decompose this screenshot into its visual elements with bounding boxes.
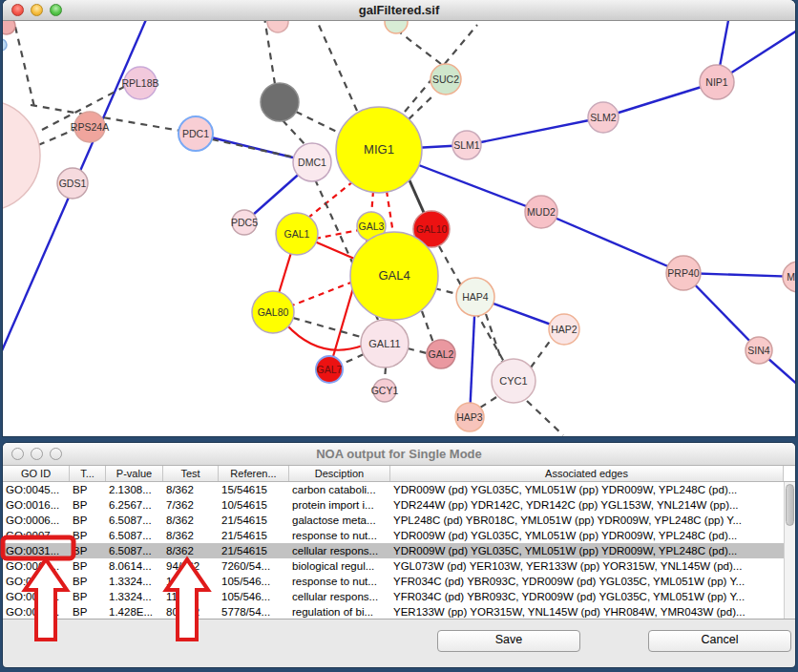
node-nip1[interactable] xyxy=(700,65,734,99)
cell: GO:0031... xyxy=(3,589,70,604)
network-edge[interactable] xyxy=(400,32,441,64)
table-row[interactable]: GO:0007...BP6.5087...8/36221/54615respon… xyxy=(3,528,795,543)
node-rps24a[interactable] xyxy=(74,112,105,142)
network-edge[interactable] xyxy=(408,348,427,353)
table-row[interactable]: GO:0045...BP2.1308...8/36215/54615carbon… xyxy=(3,482,795,497)
cell: 1.3324... xyxy=(106,574,163,589)
cell: GO:0045... xyxy=(3,482,70,497)
node-mud2[interactable] xyxy=(525,196,557,228)
network-edge[interactable] xyxy=(541,212,683,273)
network-edge[interactable] xyxy=(292,282,353,305)
table-row[interactable]: GO:0031...BP1.3324...11/362105/546...res… xyxy=(3,574,795,589)
node-sin4[interactable] xyxy=(746,337,772,364)
network-edge[interactable] xyxy=(286,325,363,350)
node-green-top[interactable] xyxy=(385,21,408,33)
node-rpl18b[interactable] xyxy=(124,67,157,99)
cell: YPL248C (pd) YBR018C, YML051W (pp) YDR00… xyxy=(390,513,784,528)
network-edge[interactable] xyxy=(38,129,76,145)
network-edge[interactable] xyxy=(315,230,359,239)
scrollbar-thumb[interactable] xyxy=(786,484,794,526)
node-cyc1[interactable] xyxy=(492,359,536,403)
column-header-desciption[interactable]: Desciption xyxy=(289,466,390,481)
cell: 105/546... xyxy=(219,574,289,589)
node-slm2[interactable] xyxy=(588,102,619,133)
cell: biological regul... xyxy=(289,558,390,574)
cell: GO:0007... xyxy=(3,528,70,543)
node-pdc1[interactable] xyxy=(178,116,213,151)
network-window-title: galFiltered.sif xyxy=(3,3,795,17)
node-hap4[interactable] xyxy=(456,278,494,316)
node-gds1[interactable] xyxy=(57,168,88,199)
cell: YDR244W (pp) YDR142C, YDR142C (pp) YGL15… xyxy=(390,497,784,513)
table-row[interactable]: GO:0031...BP1.3324...11/362105/546...cel… xyxy=(3,589,795,604)
column-header-t[interactable]: T... xyxy=(70,466,106,481)
table-row[interactable]: GO:0006...BP6.5087...8/36221/54615galact… xyxy=(3,513,795,528)
cell: GO:0050... xyxy=(3,604,70,620)
cell: 10/54615 xyxy=(219,497,289,513)
node-prp40[interactable] xyxy=(666,256,701,290)
cell: GO:0031... xyxy=(3,543,70,558)
noa-window-titlebar[interactable]: NOA output for Single Mode xyxy=(3,443,795,466)
node-gal4[interactable] xyxy=(350,232,438,320)
table-row[interactable]: GO:0016...BP6.2567...7/36210/54615protei… xyxy=(3,497,795,513)
table-row-selected[interactable]: GO:0031...BP6.5087...8/36221/54615cellul… xyxy=(3,543,795,558)
cell: YDR009W (pd) YGL035C, YML051W (pp) YDR00… xyxy=(390,528,784,543)
network-edge[interactable] xyxy=(409,94,435,119)
column-header-p-value[interactable]: P-value xyxy=(106,466,163,481)
cell: 6.5087... xyxy=(106,543,163,558)
column-header-test[interactable]: Test xyxy=(163,466,219,481)
node-gal2[interactable] xyxy=(427,340,455,368)
column-header-associated-edges[interactable]: Associated edges xyxy=(390,466,784,481)
network-edge[interactable] xyxy=(486,314,502,362)
network-edge[interactable] xyxy=(385,368,386,380)
table-row[interactable]: GO:0050...BP1.428E...80/3625778/54...reg… xyxy=(3,604,795,620)
network-edge[interactable] xyxy=(318,23,357,111)
network-edge[interactable] xyxy=(467,117,603,145)
node-hap2[interactable] xyxy=(549,314,579,345)
node-gal80[interactable] xyxy=(252,291,294,333)
node-mig1[interactable] xyxy=(336,107,422,193)
cell: GO:0065... xyxy=(3,558,70,574)
cancel-button[interactable]: Cancel xyxy=(648,630,791,652)
cell: 11/362 xyxy=(163,574,219,589)
network-edge[interactable] xyxy=(296,112,341,134)
node-hap3[interactable] xyxy=(455,403,484,431)
network-edge[interactable] xyxy=(304,181,353,221)
network-window-titlebar[interactable]: galFiltered.sif xyxy=(3,0,795,21)
save-button[interactable]: Save xyxy=(437,630,580,652)
node-gcy1[interactable] xyxy=(373,379,396,402)
node-slm1[interactable] xyxy=(452,131,481,159)
node-msn[interactable] xyxy=(783,262,795,292)
network-edge[interactable] xyxy=(283,120,306,146)
network-edge[interactable] xyxy=(387,191,393,234)
column-header-go-id[interactable]: GO ID xyxy=(3,466,70,481)
network-edge[interactable] xyxy=(341,354,364,365)
node-grey[interactable] xyxy=(261,83,299,121)
node-gal11[interactable] xyxy=(361,320,409,368)
cell: 6.5087... xyxy=(106,528,163,543)
cell: 80/362 xyxy=(163,604,219,620)
node-big-left[interactable] xyxy=(3,100,40,211)
node-gal1[interactable] xyxy=(276,213,318,255)
node-tiny-blue[interactable] xyxy=(3,39,7,51)
node-suc2[interactable] xyxy=(430,64,461,94)
table-row[interactable]: GO:0065...BP8.0614...94/3627260/54...bio… xyxy=(3,558,795,574)
network-edge[interactable] xyxy=(480,397,496,408)
node-dmc1[interactable] xyxy=(293,143,331,181)
network-canvas[interactable]: RPL18BRPS24AGDS1PDC1DMC1MIG1SUC2SLM1SLM2… xyxy=(3,21,795,436)
table-scrollbar[interactable] xyxy=(784,482,795,619)
cell: GO:0006... xyxy=(3,513,70,528)
network-edge[interactable] xyxy=(15,27,34,107)
network-edge[interactable] xyxy=(293,318,361,337)
column-header-referen[interactable]: Referen... xyxy=(219,466,289,481)
network-edge[interactable] xyxy=(531,340,551,368)
node-corner[interactable] xyxy=(3,21,15,34)
node-pink-top[interactable] xyxy=(267,21,288,32)
network-edge[interactable] xyxy=(422,311,433,343)
node-pdc5[interactable] xyxy=(232,210,257,235)
cell: 8.0614... xyxy=(106,558,163,574)
network-edge[interactable] xyxy=(434,288,457,294)
node-gal7[interactable] xyxy=(316,356,343,383)
cell: 1.3324... xyxy=(106,589,163,604)
network-edge[interactable] xyxy=(527,401,563,435)
